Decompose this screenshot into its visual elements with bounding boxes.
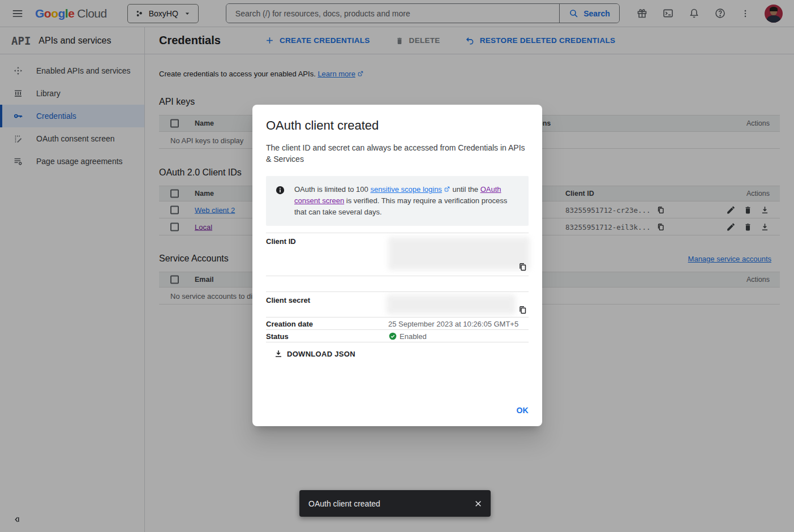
creation-date-value: 25 September 2023 at 10:26:05 GMT+5 [388,320,518,328]
dialog-fields: Client ID Client secret Creation date 25… [266,233,529,342]
redacted-client-secret [387,295,516,314]
copy-icon[interactable] [518,262,527,272]
client-id-row: Client ID [266,233,529,276]
info-icon [275,185,285,218]
sensitive-scope-logins-link[interactable]: sensitive scope logins [370,185,441,194]
snackbar: OAuth client created [299,490,491,517]
field-label: Status [266,332,289,341]
notice-pre: OAuth is limited to 100 [294,185,370,194]
copy-icon[interactable] [518,305,527,315]
status-value: Enabled [388,332,427,341]
status-badge: Enabled [400,332,427,341]
snackbar-message: OAuth client created [308,499,474,508]
status-row: Status Enabled [266,329,529,342]
spacer-row [266,276,529,291]
download-json-button[interactable]: DOWNLOAD JSON [274,349,355,358]
notice-mid: until the [450,185,480,194]
download-icon [274,349,283,358]
field-label: Client ID [266,237,296,246]
external-link-icon [444,186,450,192]
dialog-title: OAuth client created [266,118,529,133]
dialog-subtitle: The client ID and secret can always be a… [266,142,529,165]
field-label: Client secret [266,296,310,304]
ok-button[interactable]: OK [516,406,529,415]
redacted-client-id [388,237,530,270]
gcp-console: G o o g l e Cloud BoxyHQ Search [0,0,794,532]
check-circle-icon [388,332,397,341]
creation-date-row: Creation date 25 September 2023 at 10:26… [266,317,529,329]
client-secret-row: Client secret [266,291,529,317]
oauth-client-created-dialog: OAuth client created The client ID and s… [252,105,542,426]
field-label: Creation date [266,320,313,328]
download-json-label: DOWNLOAD JSON [287,350,355,358]
verification-notice: OAuth is limited to 100 sensitive scope … [266,176,529,226]
close-icon[interactable] [474,499,483,508]
notice-text: OAuth is limited to 100 sensitive scope … [294,184,520,218]
